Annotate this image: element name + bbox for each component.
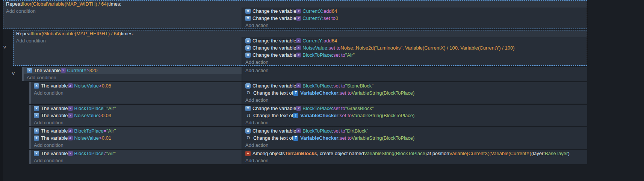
- add-condition-link[interactable]: Add condition: [31, 89, 242, 97]
- text-segment: BlockToPlace: [74, 106, 104, 111]
- text-segment: Among objects: [252, 151, 285, 156]
- action-line[interactable]: TtChange the text of TVariableChecker: s…: [242, 112, 587, 119]
- add-condition-link[interactable]: Add condition: [13, 37, 242, 44]
- variable-action-icon: x: [245, 83, 251, 89]
- variable-chip-icon: x: [68, 136, 73, 140]
- text-segment: 0.03: [102, 113, 111, 118]
- add-action-link[interactable]: Add action: [242, 97, 587, 104]
- conditions-column: xThe variable xBlockToPlace = "Air"xThe …: [31, 127, 242, 149]
- add-condition-link[interactable]: Add condition: [3, 8, 242, 15]
- text-segment: 64: [332, 8, 337, 14]
- action-line[interactable]: xChange the variable xBlockToPlace: set …: [242, 127, 587, 134]
- action-line[interactable]: xChange the variable xCurrentY: set to 0: [242, 15, 587, 22]
- text-segment: set to: [333, 128, 345, 134]
- text-segment: 0: [336, 15, 338, 21]
- text-segment: The variable: [41, 135, 68, 141]
- add-action-link[interactable]: Add action: [242, 59, 587, 66]
- text-segment: set to: [340, 113, 352, 118]
- variable-condition-icon: x: [34, 106, 39, 111]
- text-segment: CurrentY: [302, 15, 322, 21]
- action-line[interactable]: xChange the variable xBlockToPlace: set …: [242, 82, 587, 89]
- text-segment: Noise::Noise2d("Luminooks", Variable(Cur…: [340, 45, 514, 51]
- add-action-link[interactable]: Add action: [242, 142, 587, 149]
- text-segment: Change the variable: [252, 15, 296, 21]
- event-repeat-map-height[interactable]: Repeat floor(GlobalVariable(MAP_HEIGHT) …: [13, 30, 587, 66]
- condition-line[interactable]: xThe variable xCurrentY ≥ 320: [24, 67, 242, 74]
- text-segment: Repeat: [6, 1, 22, 7]
- add-condition-link-label: Add condition: [27, 75, 56, 80]
- collapse-chevron[interactable]: ∨: [2, 44, 7, 50]
- variable-condition-icon: x: [34, 113, 39, 118]
- event-dirt-layer[interactable]: xThe variable xBlockToPlace = "Air"xThe …: [29, 127, 587, 149]
- text-segment: times:: [121, 31, 134, 36]
- conditions-column: Add condition: [3, 8, 242, 29]
- text-segment: floor(GlobalVariable(MAP_WIDTH) / 64): [22, 1, 108, 7]
- repeat-header[interactable]: Repeat floor(GlobalVariable(MAP_HEIGHT) …: [13, 30, 587, 37]
- actions-column: xChange the variable xCurrentY: add 64xC…: [242, 37, 587, 66]
- text-segment: Variable(CurrentX);Variable(CurrentY): [449, 151, 531, 156]
- action-line[interactable]: xChange the variable xBlockToPlace: set …: [242, 105, 587, 112]
- condition-line[interactable]: xThe variable xBlockToPlace = "Air": [31, 105, 242, 112]
- variable-chip-icon: x: [68, 113, 73, 118]
- text-action-icon: Tt: [245, 136, 251, 141]
- add-action-link[interactable]: Add action: [242, 22, 587, 29]
- event-stone-layer[interactable]: xThe variable xNoiseValue > 0.05Add cond…: [29, 82, 587, 104]
- add-action-link-label: Add action: [245, 59, 268, 65]
- text-segment: The variable: [41, 113, 68, 118]
- add-condition-link-label: Add condition: [34, 120, 63, 125]
- text-segment: NoiseValue: [74, 135, 99, 141]
- condition-line[interactable]: xThe variable xBlockToPlace = "Air": [31, 127, 242, 134]
- event-currenty-threshold[interactable]: xThe variable xCurrentY ≥ 320Add conditi…: [22, 67, 587, 81]
- variable-action-icon: x: [245, 9, 251, 14]
- text-object-icon: T: [293, 136, 298, 141]
- add-condition-link-label: Add condition: [6, 8, 36, 14]
- repeat-header[interactable]: Repeat floor(GlobalVariable(MAP_WIDTH) /…: [3, 0, 587, 8]
- action-line[interactable]: xChange the variable xCurrentY: add 64: [242, 37, 587, 44]
- text-object-icon: T: [293, 90, 298, 96]
- text-segment: >: [99, 113, 102, 118]
- add-condition-link[interactable]: Add condition: [31, 157, 242, 164]
- text-segment: add: [324, 38, 332, 44]
- text-segment: NoiseValue: [74, 113, 99, 118]
- text-segment: ≥: [87, 68, 89, 73]
- add-action-link[interactable]: Add action: [242, 119, 587, 126]
- action-line[interactable]: xChange the variable xNoiseValue: set to…: [242, 44, 587, 51]
- variable-action-icon: x: [245, 106, 251, 111]
- add-condition-link[interactable]: Add condition: [31, 142, 242, 149]
- conditions-column: xThe variable xBlockToPlace = "Air"xThe …: [31, 105, 242, 126]
- text-segment: The variable: [41, 83, 68, 89]
- text-segment: set to: [333, 106, 345, 111]
- add-condition-link[interactable]: Add condition: [24, 74, 242, 81]
- action-line[interactable]: +Among objects TerrainBlocks, create obj…: [242, 150, 587, 157]
- add-condition-link[interactable]: Add condition: [31, 119, 242, 126]
- add-action-link-label: Add action: [245, 158, 268, 163]
- event-repeat-map-width[interactable]: Repeat floor(GlobalVariable(MAP_WIDTH) /…: [3, 0, 587, 29]
- condition-line[interactable]: xThe variable xBlockToPlace ≠ "Air": [31, 150, 242, 157]
- text-segment: Change the variable: [252, 52, 296, 58]
- event-place-block[interactable]: xThe variable xBlockToPlace ≠ "Air"Add c…: [29, 150, 587, 164]
- text-segment: VariableString(BlockToPlace): [352, 90, 414, 96]
- variable-chip-icon: x: [68, 128, 73, 133]
- add-action-link[interactable]: Add action: [242, 157, 587, 164]
- event-grass-layer[interactable]: xThe variable xBlockToPlace = "Air"xThe …: [29, 105, 587, 126]
- text-segment: 0.01: [102, 135, 111, 141]
- text-segment: Change the text of: [253, 90, 293, 96]
- action-line[interactable]: TtChange the text of TVariableChecker: s…: [242, 134, 587, 142]
- text-segment: "StoneBlock": [345, 83, 373, 89]
- add-action-link-label: Add action: [245, 68, 268, 73]
- condition-line[interactable]: xThe variable xNoiseValue > 0.01: [31, 134, 242, 142]
- variable-action-icon: x: [245, 38, 251, 44]
- collapse-chevron[interactable]: ∨: [11, 71, 15, 76]
- add-condition-link-label: Add condition: [34, 158, 63, 163]
- variable-action-icon: x: [245, 53, 251, 58]
- action-line[interactable]: xChange the variable xCurrentX: add 64: [242, 8, 587, 15]
- text-segment: set to: [340, 135, 352, 141]
- text-segment: "GrassBlock": [345, 106, 374, 111]
- variable-condition-icon: x: [34, 128, 39, 134]
- add-action-link[interactable]: Add action: [242, 67, 587, 74]
- condition-line[interactable]: xThe variable xNoiseValue > 0.05: [31, 82, 242, 89]
- text-segment: VariableChecker: [300, 90, 338, 96]
- action-line[interactable]: TtChange the text of TVariableChecker: s…: [242, 89, 587, 97]
- condition-line[interactable]: xThe variable xNoiseValue > 0.03: [31, 112, 242, 119]
- action-line[interactable]: xChange the variable xBlockToPlace: set …: [242, 51, 587, 59]
